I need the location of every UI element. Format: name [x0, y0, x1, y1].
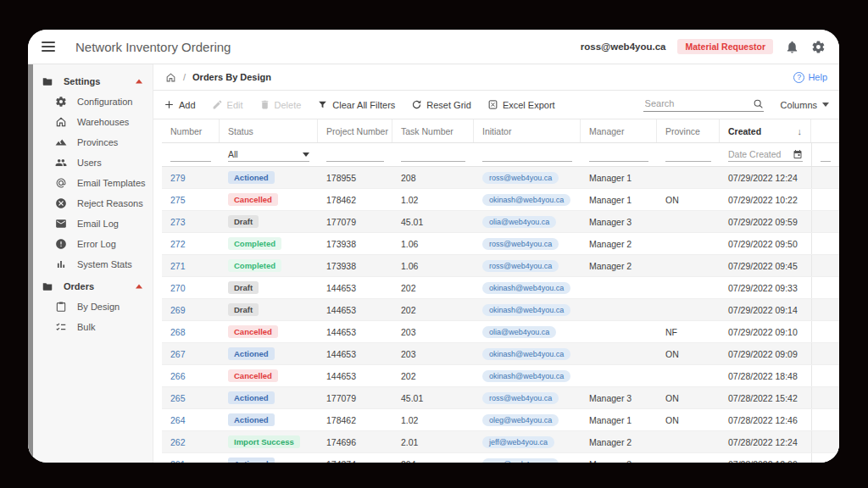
columns-dropdown[interactable]: Columns — [774, 100, 829, 110]
clear-all-filters-button[interactable]: Clear All Filters — [317, 99, 395, 110]
filter-created[interactable]: Date Created — [720, 143, 811, 166]
cell-province — [657, 299, 720, 320]
column-header-task-number[interactable]: Task Number — [392, 119, 474, 142]
add-button[interactable]: Add — [164, 99, 196, 110]
search-input[interactable] — [643, 97, 753, 109]
reset-grid-button[interactable]: Reset Grid — [411, 99, 471, 110]
topbar-right: ross@web4you.ca Material Requestor — [581, 39, 826, 54]
table-row[interactable]: 272Completed1739381.06ross@web4you.caMan… — [162, 233, 839, 255]
sidebar-item-by-design[interactable]: By Design — [28, 297, 153, 317]
table-row[interactable]: 268Cancelled144653203olia@web4you.caNF07… — [162, 321, 839, 343]
filter-number[interactable] — [162, 143, 220, 166]
initiator-chip: okinash@web4you.ca — [482, 370, 570, 382]
excel-export-button[interactable]: Excel Export — [487, 99, 555, 110]
initiator-chip: oleg@web4you.ca — [482, 414, 559, 426]
sidebar-item-system-stats[interactable]: System Stats — [28, 254, 153, 274]
filter-project-number[interactable] — [318, 143, 392, 166]
order-number-link[interactable]: 264 — [170, 415, 186, 425]
table-row[interactable]: 261Actioned174374204ross@web4you.caManag… — [162, 453, 839, 463]
table-row[interactable]: 275Cancelled1784621.02okinash@web4you.ca… — [162, 189, 839, 211]
order-number-link[interactable]: 273 — [170, 217, 186, 227]
initiator-chip: ross@web4you.ca — [482, 260, 559, 272]
sidebar-item-users[interactable]: Users — [28, 152, 153, 173]
column-header-province[interactable]: Province — [657, 119, 720, 142]
column-header-status[interactable]: Status — [220, 119, 318, 142]
filter-manager[interactable] — [581, 143, 657, 166]
column-header-created[interactable]: Created↓ — [720, 119, 811, 142]
table-row[interactable]: 266Cancelled144653202okinash@web4you.ca0… — [162, 365, 839, 387]
order-number-link[interactable]: 275 — [170, 195, 186, 205]
order-number-link[interactable]: 270 — [170, 283, 186, 293]
table-row[interactable]: 265Actioned17707945.01ross@web4you.caMan… — [162, 387, 839, 409]
column-header-manager[interactable]: Manager — [581, 119, 657, 142]
order-number-link[interactable]: 272 — [170, 239, 186, 249]
cell-project-number: 144653 — [318, 277, 392, 298]
cell-project-number: 144653 — [318, 321, 392, 342]
sidebar-item-orders[interactable]: Orders — [28, 276, 153, 297]
sidebar-item-label: System Stats — [77, 259, 132, 269]
at-icon — [55, 177, 67, 189]
bulk-icon — [55, 321, 67, 333]
table-row[interactable]: 269Draft144653202okinash@web4you.ca07/29… — [162, 299, 839, 321]
cell-manager — [581, 321, 657, 342]
cell-manager: Manager 1 — [581, 189, 657, 210]
cell-extra — [811, 255, 839, 276]
table-row[interactable]: 262Import Success1746962.01jeff@web4you.… — [162, 431, 839, 453]
table-row[interactable]: 271Completed1739381.06ross@web4you.caMan… — [162, 255, 839, 277]
sidebar-item-email-log[interactable]: Email Log — [28, 214, 153, 234]
notifications-bell-icon[interactable] — [785, 40, 799, 54]
filter-extra — [811, 143, 839, 166]
cell-extra — [811, 365, 839, 386]
home-icon[interactable] — [165, 72, 176, 83]
table-row[interactable]: 270Draft144653202okinash@web4you.ca07/29… — [162, 277, 839, 299]
sidebar-item-configuration[interactable]: Configuration — [28, 92, 153, 112]
cell-manager — [581, 343, 657, 364]
cell-created: 07/29/2022 09:59 — [720, 211, 811, 232]
sidebar-item-email-templates[interactable]: Email Templates — [28, 173, 153, 193]
table-row[interactable]: 273Draft17707945.01olia@web4you.caManage… — [162, 211, 839, 233]
cell-project-number: 177079 — [318, 387, 392, 408]
order-number-link[interactable]: 262 — [170, 437, 186, 447]
table-row[interactable]: 264Actioned1784621.02oleg@web4you.caMana… — [162, 409, 839, 431]
sidebar-item-error-log[interactable]: Error Log — [28, 234, 153, 254]
settings-gear-icon[interactable] — [811, 40, 826, 54]
filter-province[interactable] — [657, 143, 720, 166]
order-number-link[interactable]: 269 — [170, 305, 186, 315]
order-number-link[interactable]: 268 — [170, 327, 186, 337]
table-row[interactable]: 279Actioned178955208ross@web4you.caManag… — [162, 167, 839, 189]
order-number-link[interactable]: 271 — [170, 261, 186, 271]
desktop-background: Network Inventory Ordering ross@web4you.… — [0, 0, 868, 488]
cell-status: Draft — [220, 299, 318, 320]
help-link[interactable]: ? Help — [793, 72, 827, 83]
cell-initiator: okinash@web4you.ca — [474, 365, 581, 386]
order-number-link[interactable]: 279 — [170, 173, 186, 183]
sidebar-item-provinces[interactable]: Provinces — [28, 132, 153, 152]
sidebar-item-warehouses[interactable]: Warehouses — [28, 112, 153, 132]
order-number-link[interactable]: 267 — [170, 349, 186, 359]
sidebar-item-label: Configuration — [77, 97, 132, 107]
menu-icon[interactable] — [42, 42, 55, 52]
status-badge: Import Success — [228, 435, 300, 448]
cell-initiator: jeff@web4you.ca — [474, 431, 581, 452]
app-window: Network Inventory Ordering ross@web4you.… — [28, 30, 839, 463]
table-row[interactable]: 267Actioned144653203okinash@web4you.caON… — [162, 343, 839, 365]
sidebar-item-bulk[interactable]: Bulk — [28, 317, 153, 337]
order-number-link[interactable]: 261 — [170, 459, 186, 463]
column-header-initiator[interactable]: Initiator — [474, 119, 581, 142]
sidebar-item-reject-reasons[interactable]: Reject Reasons — [28, 193, 153, 214]
filter-initiator[interactable] — [474, 143, 581, 166]
cell-initiator: oleg@web4you.ca — [474, 409, 581, 430]
page-title: Orders By Design — [192, 72, 271, 82]
edit-button[interactable]: Edit — [212, 99, 243, 110]
column-header-project-number[interactable]: Project Number — [318, 119, 392, 142]
sidebar-item-settings[interactable]: Settings — [28, 71, 153, 92]
cell-created: 07/28/2022 15:42 — [720, 387, 811, 408]
delete-button[interactable]: Delete — [259, 99, 302, 110]
filter-task-number[interactable] — [392, 143, 474, 166]
column-header-number[interactable]: Number — [162, 119, 220, 142]
order-number-link[interactable]: 265 — [170, 393, 186, 403]
grid-header-row: NumberStatusProject NumberTask NumberIni… — [162, 119, 839, 143]
search-box[interactable] — [643, 97, 764, 112]
order-number-link[interactable]: 266 — [170, 371, 186, 381]
filter-status[interactable]: All — [220, 143, 318, 166]
